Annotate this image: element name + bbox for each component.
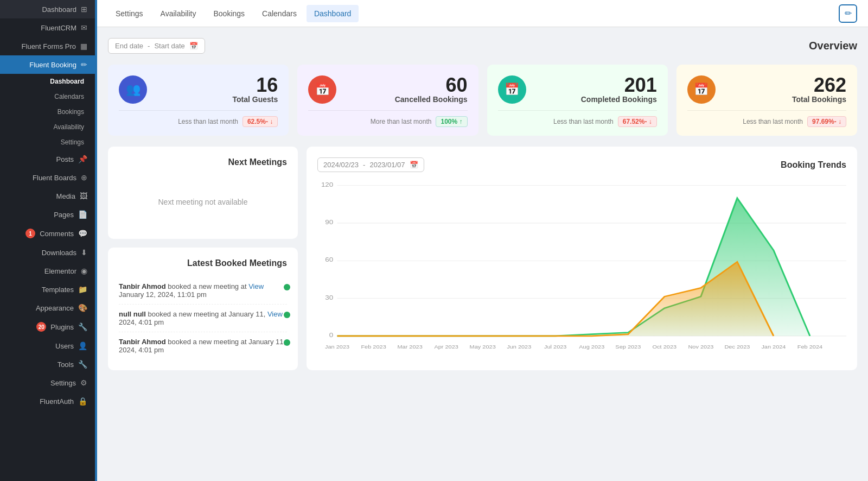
topnav-item-dashboard[interactable]: Dashboard bbox=[307, 5, 359, 22]
svg-text:0: 0 bbox=[329, 332, 333, 339]
fluent-booking-icon[interactable]: ✏ bbox=[839, 4, 857, 23]
sidebar-icon: 📁 bbox=[78, 285, 87, 294]
sidebar-item-settings[interactable]: Settings⚙ bbox=[0, 374, 95, 392]
sidebar-sub-item-settings[interactable]: Settings bbox=[0, 135, 95, 150]
bottom-row: Next Meetings Next meeting not available… bbox=[108, 147, 857, 370]
booking-name: Tanbir Ahmod bbox=[119, 282, 166, 290]
sidebar-label: Comments bbox=[40, 230, 74, 238]
svg-text:120: 120 bbox=[321, 181, 333, 188]
sidebar-item-fluent-booking[interactable]: Fluent Booking✏ bbox=[0, 55, 95, 74]
total-guests-title: Total Guests bbox=[156, 95, 278, 104]
sidebar-label: Downloads bbox=[42, 249, 76, 257]
booking-dot bbox=[284, 312, 290, 318]
sidebar-label: Users bbox=[55, 342, 74, 350]
sidebar-item-fluentauth[interactable]: FluentAuth🔒 bbox=[0, 392, 95, 410]
booking-text: Tanbir Ahmod booked a new meeting at Vie… bbox=[119, 282, 287, 299]
content-area: End date - Start date 📅 Overview 👥 16 To… bbox=[97, 27, 868, 481]
cancelled-bookings-title: Cancelled Bookings bbox=[345, 95, 467, 104]
sidebar-item-media[interactable]: Media🖼 bbox=[0, 187, 95, 205]
sidebar-item-pages[interactable]: Pages📄 bbox=[0, 205, 95, 224]
sidebar-label: Tools bbox=[58, 360, 74, 369]
sidebar-item-downloads[interactable]: Downloads⬇ bbox=[0, 243, 95, 262]
trends-end-date: 2023/01/07 bbox=[369, 161, 405, 169]
sidebar-sub-label: Calendars bbox=[54, 93, 84, 100]
sidebar-sub-item-calendars[interactable]: Calendars bbox=[0, 89, 95, 104]
sidebar-item-dashboard[interactable]: Dashboard⊞ bbox=[0, 0, 95, 18]
completed-bookings-icon: 📅 bbox=[498, 75, 526, 104]
sidebar-icon: ⊞ bbox=[81, 5, 87, 14]
sidebar-item-users[interactable]: Users👤 bbox=[0, 337, 95, 355]
sidebar-label: Fluent Forms Pro bbox=[22, 42, 76, 50]
sidebar-sub-label: Bookings bbox=[58, 108, 84, 116]
sidebar-label: Appearance bbox=[36, 304, 74, 312]
svg-text:Feb 2023: Feb 2023 bbox=[361, 344, 386, 350]
svg-text:Sep 2023: Sep 2023 bbox=[615, 344, 641, 350]
sidebar-icon: 💬 bbox=[78, 229, 87, 238]
topnav: SettingsAvailabilityBookingsCalendarsDas… bbox=[97, 0, 868, 27]
sidebar-icon: 📄 bbox=[78, 210, 87, 219]
latest-booked-title: Latest Booked Meetings bbox=[119, 258, 287, 268]
sidebar-icon: ⊕ bbox=[81, 173, 87, 182]
sidebar-label: Posts bbox=[56, 155, 74, 163]
sidebar-icon: 📌 bbox=[78, 155, 87, 163]
sidebar-icon: 🔒 bbox=[78, 397, 87, 406]
sidebar-item-plugins[interactable]: 20Plugins🔧 bbox=[0, 317, 95, 337]
stats-row: 👥 16 Total Guests Less than last month 6… bbox=[108, 65, 857, 136]
total-guests-icon: 👥 bbox=[119, 75, 147, 104]
sidebar-label: Settings bbox=[50, 379, 76, 387]
main-area: SettingsAvailabilityBookingsCalendarsDas… bbox=[97, 0, 868, 481]
svg-text:Jan 2024: Jan 2024 bbox=[761, 344, 786, 350]
sidebar-icon: ⬇ bbox=[81, 248, 87, 257]
meetings-panel: Next Meetings Next meeting not available… bbox=[108, 147, 298, 370]
sidebar-icon: ◉ bbox=[81, 267, 87, 275]
next-meetings-title: Next Meetings bbox=[119, 157, 287, 167]
sidebar-item-fluent-boards[interactable]: Fluent Boards⊕ bbox=[0, 168, 95, 187]
start-date-label: Start date bbox=[154, 42, 184, 50]
sidebar-item-tools[interactable]: Tools🔧 bbox=[0, 355, 95, 374]
sidebar-item-templates[interactable]: Templates📁 bbox=[0, 280, 95, 299]
date-range-input[interactable]: End date - Start date 📅 bbox=[108, 38, 205, 54]
trends-date-filter[interactable]: 2024/02/23 - 2023/01/07 📅 bbox=[317, 157, 424, 172]
sidebar-item-elementor[interactable]: Elementor◉ bbox=[0, 262, 95, 280]
booking-name: null null bbox=[119, 310, 146, 318]
sidebar-item-comments[interactable]: 1Comments💬 bbox=[0, 224, 95, 243]
svg-text:Nov 2023: Nov 2023 bbox=[688, 344, 713, 350]
no-meeting-text: Next meeting not available bbox=[119, 176, 287, 228]
total-bookings-icon: 📅 bbox=[687, 75, 716, 104]
booking-view-link[interactable]: View bbox=[248, 282, 264, 290]
topnav-item-calendars[interactable]: Calendars bbox=[254, 5, 304, 22]
trends-title: Booking Trends bbox=[781, 160, 846, 170]
sidebar-icon: ✏ bbox=[81, 60, 87, 69]
total-bookings-number: 262 bbox=[724, 75, 846, 95]
cancelled-bookings-icon: 📅 bbox=[308, 75, 336, 104]
sidebar-label: Elementor bbox=[44, 267, 76, 275]
svg-text:Dec 2023: Dec 2023 bbox=[724, 344, 750, 350]
booking-view-link[interactable]: View bbox=[267, 310, 283, 318]
sidebar-item-fluent-forms-pro[interactable]: Fluent Forms Pro▦ bbox=[0, 37, 95, 55]
latest-booked-card: Latest Booked Meetings Tanbir Ahmod book… bbox=[108, 248, 298, 370]
sidebar-sub-item-bookings[interactable]: Bookings bbox=[0, 104, 95, 119]
svg-text:Aug 2023: Aug 2023 bbox=[579, 344, 604, 350]
sidebar-sub-item-availability[interactable]: Availability bbox=[0, 119, 95, 135]
total-bookings-title: Total Bookings bbox=[724, 95, 846, 104]
sidebar-item-fluentcrm[interactable]: FluentCRM✉ bbox=[0, 18, 95, 37]
sidebar-sub-label: Availability bbox=[54, 123, 84, 131]
calendar-icon: 📅 bbox=[189, 42, 198, 50]
svg-text:30: 30 bbox=[325, 294, 333, 301]
sidebar-sub-item-dashboard[interactable]: Dashboard bbox=[0, 74, 95, 89]
completed-bookings-footer-text: Less than last month bbox=[553, 118, 614, 125]
sidebar-label: Fluent Booking bbox=[29, 61, 76, 69]
topnav-item-settings[interactable]: Settings bbox=[108, 5, 151, 22]
sidebar-label: FluentAuth bbox=[40, 397, 74, 406]
booking-dot bbox=[284, 284, 290, 290]
topnav-item-availability[interactable]: Availability bbox=[153, 5, 204, 22]
sidebar-item-posts[interactable]: Posts📌 bbox=[0, 150, 95, 168]
svg-text:Jul 2023: Jul 2023 bbox=[544, 344, 567, 350]
svg-text:Jan 2023: Jan 2023 bbox=[325, 344, 349, 350]
topnav-item-bookings[interactable]: Bookings bbox=[206, 5, 252, 22]
sidebar-item-appearance[interactable]: Appearance🎨 bbox=[0, 299, 95, 317]
sidebar-badge: 20 bbox=[36, 322, 46, 332]
trends-header: 2024/02/23 - 2023/01/07 📅 Booking Trends bbox=[317, 157, 846, 172]
stat-card-total-guests: 👥 16 Total Guests Less than last month 6… bbox=[108, 65, 289, 136]
sidebar-badge: 1 bbox=[25, 229, 35, 238]
